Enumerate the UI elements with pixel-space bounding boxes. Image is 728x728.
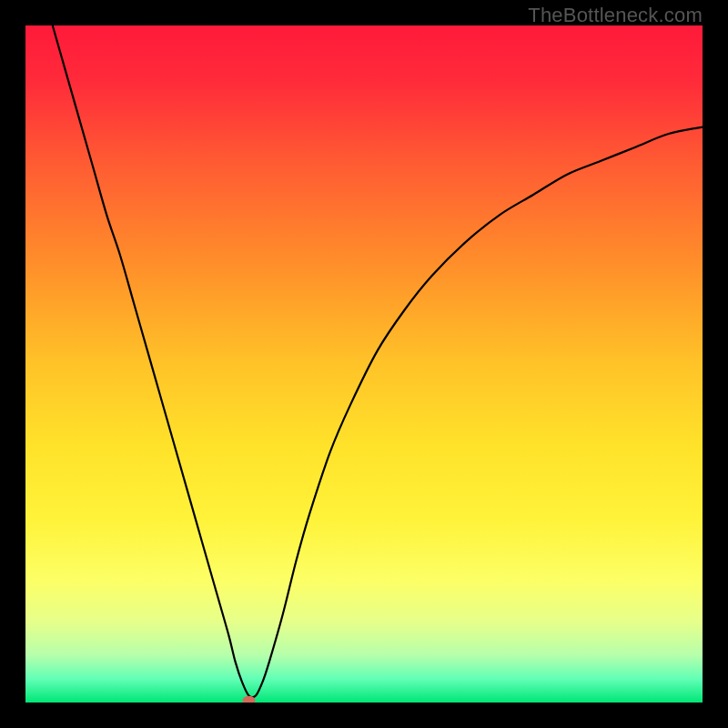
chart-gradient-bg [25,25,703,703]
chart-svg [25,25,703,703]
chart-frame [25,25,703,703]
watermark-text: TheBottleneck.com [528,4,703,27]
